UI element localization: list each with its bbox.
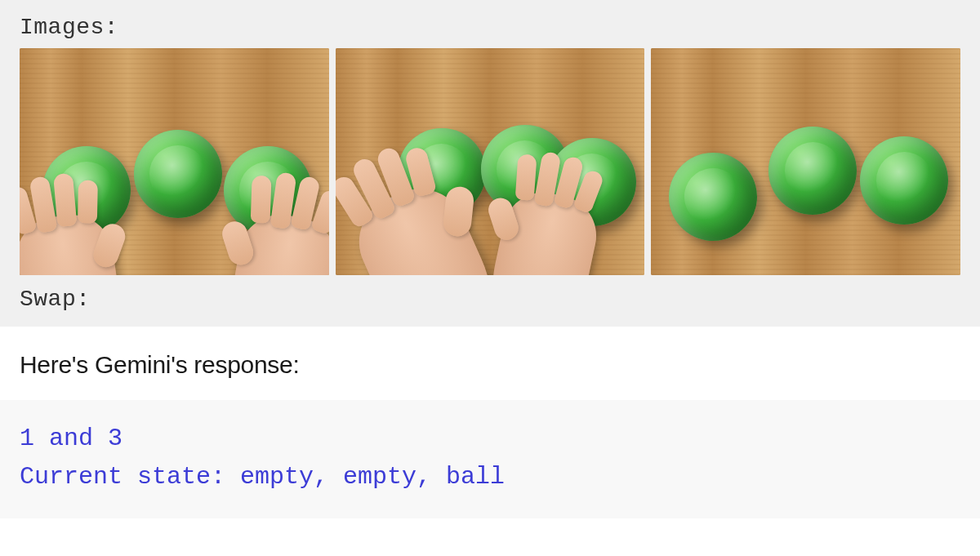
- frame-3: [651, 48, 960, 275]
- cup-icon: [768, 127, 857, 215]
- cup-icon: [860, 136, 948, 225]
- response-line-1: 1 and 3: [20, 420, 960, 458]
- response-line-2: Current state: empty, empty, ball: [20, 458, 960, 496]
- hand-right-icon: [483, 185, 603, 275]
- prompt-code-block: Images:: [0, 0, 980, 327]
- narrative-text: Here's Gemini's response:: [0, 327, 980, 400]
- images-label: Images:: [20, 15, 960, 40]
- frame-2: [336, 48, 645, 275]
- swap-label: Swap:: [20, 287, 960, 312]
- cup-icon: [134, 130, 222, 218]
- prompt-images-row: [20, 48, 960, 275]
- frame-1: [20, 48, 329, 275]
- response-code-block: 1 and 3 Current state: empty, empty, bal…: [0, 400, 980, 518]
